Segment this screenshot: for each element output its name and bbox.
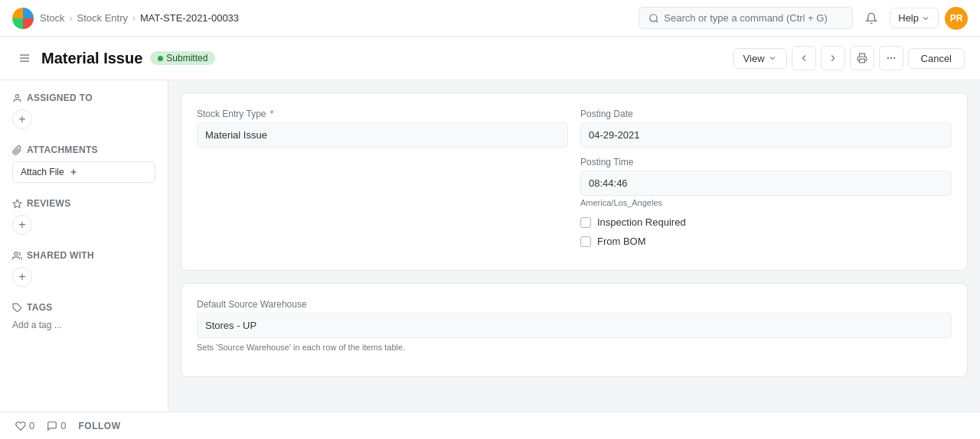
add-review-button[interactable]: + bbox=[12, 215, 32, 235]
default-source-warehouse-hint: Sets 'Source Warehouse' in each row of t… bbox=[197, 343, 952, 352]
shared-with-header: Shared With bbox=[12, 250, 155, 261]
sidebar: Assigned To + Attachments Attach File bbox=[0, 80, 168, 411]
checkbox-from-bom: From BOM bbox=[580, 236, 952, 247]
form-grid: Stock Entry Type * Material Issue Postin… bbox=[197, 109, 952, 255]
svg-marker-11 bbox=[13, 200, 21, 207]
add-shared-with-button[interactable]: + bbox=[12, 267, 32, 287]
page-header-right: View bbox=[733, 46, 965, 70]
field-stock-entry-type: Stock Entry Type * Material Issue bbox=[197, 109, 568, 148]
svg-point-12 bbox=[15, 252, 18, 255]
attach-file-button[interactable]: Attach File bbox=[12, 161, 155, 183]
content-area: Stock Entry Type * Material Issue Postin… bbox=[168, 80, 980, 411]
search-icon bbox=[648, 13, 659, 24]
attachments-label: Attachments bbox=[27, 145, 98, 155]
app-logo bbox=[12, 8, 34, 29]
breadcrumb-stock[interactable]: Stock bbox=[40, 12, 65, 24]
hamburger-icon bbox=[18, 52, 31, 64]
sidebar-section-reviews: Reviews + bbox=[12, 198, 155, 235]
paperclip-icon bbox=[12, 145, 22, 155]
field-default-source-warehouse: Default Source Warehouse Stores - UP Set… bbox=[197, 299, 952, 352]
comment-button[interactable]: 0 bbox=[47, 420, 66, 431]
more-options-button[interactable] bbox=[879, 46, 903, 70]
assigned-to-label: Assigned To bbox=[27, 93, 93, 103]
star-icon bbox=[12, 199, 22, 209]
search-placeholder: Search or type a command (Ctrl + G) bbox=[664, 12, 828, 24]
shared-with-label: Shared With bbox=[27, 250, 94, 261]
ellipsis-icon bbox=[886, 53, 897, 63]
add-tag-link[interactable]: Add a tag ... bbox=[12, 320, 62, 330]
like-count: 0 bbox=[29, 420, 34, 431]
breadcrumb-sep-2: › bbox=[132, 13, 136, 24]
plus-icon bbox=[69, 167, 78, 177]
reviews-label: Reviews bbox=[27, 198, 70, 209]
notifications-button[interactable] bbox=[859, 6, 884, 31]
cancel-button[interactable]: Cancel bbox=[908, 48, 965, 69]
inspection-required-checkbox[interactable] bbox=[580, 217, 591, 228]
from-bom-label: From BOM bbox=[597, 236, 646, 247]
timezone-text: America/Los_Angeles bbox=[580, 198, 952, 207]
posting-date-value: 04-29-2021 bbox=[580, 122, 952, 148]
card-warehouse-form: Default Source Warehouse Stores - UP Set… bbox=[181, 283, 968, 377]
add-assigned-to-button[interactable]: + bbox=[12, 109, 32, 129]
svg-point-5 bbox=[887, 57, 888, 58]
avatar: PR bbox=[945, 7, 968, 30]
tag-icon bbox=[12, 303, 22, 313]
main-area: Assigned To + Attachments Attach File bbox=[0, 80, 980, 411]
default-source-warehouse-value: Stores - UP bbox=[197, 313, 952, 338]
sidebar-section-shared-with: Shared With + bbox=[12, 250, 155, 287]
posting-time-value: 08:44:46 bbox=[580, 171, 952, 196]
topnav-right: Search or type a command (Ctrl + G) Help… bbox=[639, 6, 968, 31]
form-left-col: Stock Entry Type * Material Issue bbox=[197, 109, 568, 255]
page-header-left: Material Issue Submitted bbox=[15, 49, 215, 67]
next-button[interactable] bbox=[821, 46, 845, 70]
sidebar-toggle-button[interactable] bbox=[15, 49, 34, 67]
sidebar-section-attachments: Attachments Attach File bbox=[12, 145, 155, 183]
help-label: Help bbox=[898, 12, 919, 24]
breadcrumb-stock-entry[interactable]: Stock Entry bbox=[77, 12, 128, 24]
sidebar-section-assigned-to: Assigned To + bbox=[12, 93, 155, 129]
help-button[interactable]: Help bbox=[890, 8, 939, 28]
page-wrapper: Material Issue Submitted View bbox=[0, 37, 980, 439]
footer-bar: 0 0 FOLLOW bbox=[0, 411, 980, 439]
default-source-warehouse-label: Default Source Warehouse bbox=[197, 299, 952, 310]
inspection-required-label: Inspection Required bbox=[597, 216, 686, 228]
follow-button[interactable]: FOLLOW bbox=[78, 421, 120, 431]
breadcrumb-sep-1: › bbox=[70, 13, 73, 24]
chevron-down-icon bbox=[921, 14, 930, 23]
status-dot bbox=[158, 56, 163, 61]
status-label: Submitted bbox=[166, 53, 207, 63]
view-chevron-icon bbox=[768, 54, 777, 63]
from-bom-checkbox[interactable] bbox=[580, 236, 591, 247]
field-posting-time: Posting Time 08:44:46 America/Los_Angele… bbox=[580, 157, 952, 207]
topnav: Stock › Stock Entry › MAT-STE-2021-00033… bbox=[0, 0, 980, 37]
view-button[interactable]: View bbox=[733, 48, 787, 69]
svg-point-6 bbox=[890, 57, 891, 58]
breadcrumb: Stock › Stock Entry › MAT-STE-2021-00033 bbox=[40, 12, 239, 24]
svg-point-0 bbox=[650, 14, 657, 21]
page-header: Material Issue Submitted View bbox=[0, 37, 980, 80]
assigned-to-header: Assigned To bbox=[12, 93, 155, 103]
tags-header: Tags bbox=[12, 302, 155, 313]
person-icon bbox=[12, 93, 22, 103]
print-icon bbox=[857, 53, 867, 63]
card-main-form: Stock Entry Type * Material Issue Postin… bbox=[181, 93, 968, 271]
checkbox-inspection-required: Inspection Required bbox=[580, 216, 952, 228]
print-button[interactable] bbox=[850, 46, 874, 70]
page-title: Material Issue bbox=[41, 50, 142, 67]
search-bar[interactable]: Search or type a command (Ctrl + G) bbox=[639, 7, 853, 29]
tags-label: Tags bbox=[27, 302, 53, 313]
breadcrumb-current: MAT-STE-2021-00033 bbox=[140, 12, 239, 24]
form-right-col: Posting Date 04-29-2021 Posting Time 08:… bbox=[580, 109, 952, 255]
attach-file-label: Attach File bbox=[21, 167, 64, 177]
svg-point-7 bbox=[893, 57, 894, 58]
heart-icon bbox=[15, 421, 26, 431]
svg-rect-4 bbox=[859, 59, 864, 63]
comment-icon bbox=[47, 421, 57, 431]
like-button[interactable]: 0 bbox=[15, 420, 34, 431]
stock-entry-type-value: Material Issue bbox=[197, 122, 568, 148]
topnav-left: Stock › Stock Entry › MAT-STE-2021-00033 bbox=[12, 8, 239, 29]
attachments-header: Attachments bbox=[12, 145, 155, 155]
prev-button[interactable] bbox=[792, 46, 816, 70]
view-label: View bbox=[743, 53, 765, 64]
users-icon bbox=[12, 251, 22, 261]
